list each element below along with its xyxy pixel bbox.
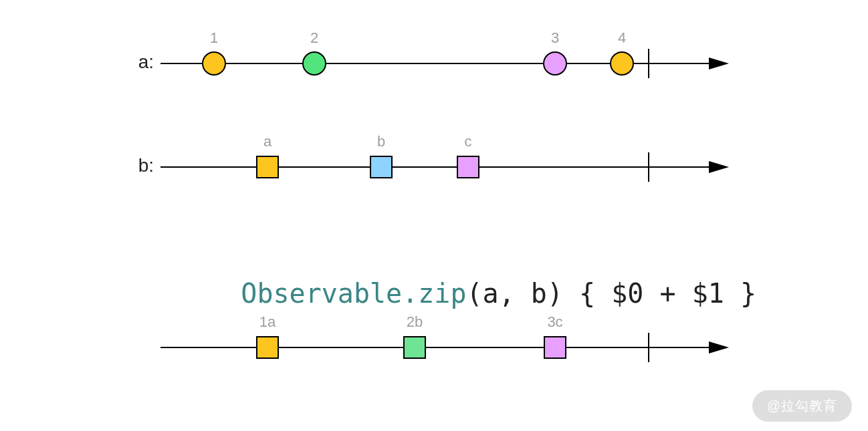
marble-a-3 bbox=[611, 52, 633, 75]
marble-a-0-label: 1 bbox=[210, 29, 218, 47]
expr-observable: Observable bbox=[241, 278, 402, 309]
marble-a-2 bbox=[544, 52, 566, 75]
marble-b-0 bbox=[257, 156, 278, 178]
marble-a-1 bbox=[303, 52, 326, 75]
marble-a-2-label: 3 bbox=[551, 29, 559, 47]
timeline-b-arrow bbox=[709, 161, 729, 173]
marble-out-0-label: 1a bbox=[259, 313, 276, 331]
marble-out-0 bbox=[257, 337, 278, 358]
marble-a-0 bbox=[203, 52, 225, 75]
marble-out-2-label: 3c bbox=[547, 313, 562, 331]
marble-out-1-label: 2b bbox=[407, 313, 423, 331]
marble-b-0-label: a bbox=[263, 133, 272, 150]
marble-diagram: Observable.zip(a, b) { $0 + $1 } @拉勾教育 a… bbox=[0, 0, 868, 431]
expr-method: .zip bbox=[402, 278, 466, 309]
marble-out-2 bbox=[544, 337, 566, 358]
watermark-badge: @拉勾教育 bbox=[752, 390, 852, 422]
marble-b-1-label: b bbox=[377, 133, 385, 150]
timeline-b-label: b: bbox=[120, 155, 154, 176]
marble-out-1 bbox=[404, 337, 425, 358]
marble-a-3-label: 4 bbox=[618, 29, 626, 47]
marble-b-2-label: c bbox=[465, 133, 472, 150]
marble-a-1-label: 2 bbox=[310, 29, 318, 47]
timeline-out-arrow bbox=[709, 341, 729, 353]
marble-b-1 bbox=[370, 156, 392, 178]
expr-rest: (a, b) { $0 + $1 } bbox=[466, 278, 756, 309]
timeline-a-label: a: bbox=[120, 51, 154, 73]
marble-b-2 bbox=[457, 156, 479, 178]
timeline-a-arrow bbox=[709, 57, 729, 69]
